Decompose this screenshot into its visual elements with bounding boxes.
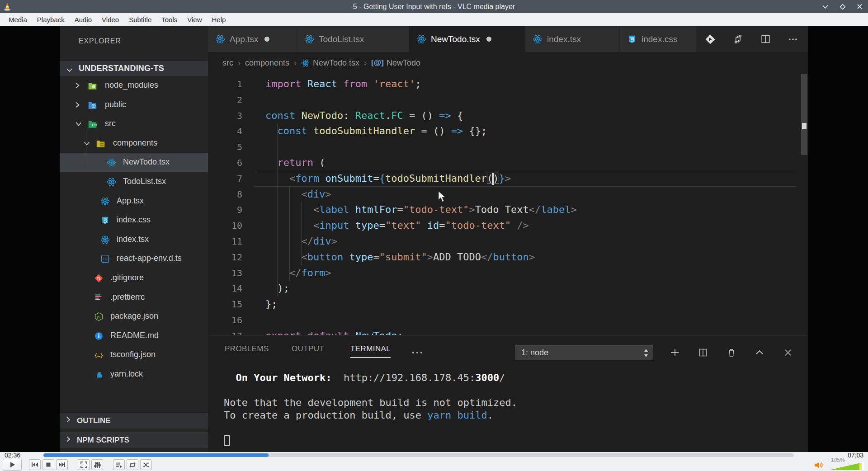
terminal-output[interactable]: On Your Network: http://192.168.178.45:3… [224, 372, 517, 446]
workspace-header[interactable]: UNDERSTANDING-TS [60, 61, 208, 76]
chevron-right-icon [66, 416, 71, 425]
panel-tab-output[interactable]: OUTPUT [292, 344, 324, 353]
react-icon [100, 235, 110, 245]
tree-item-index-css[interactable]: index.css [60, 211, 208, 230]
tab-newtodo-tsx[interactable]: NewTodo.tsx [409, 26, 525, 52]
tree-item-newtodo-tsx[interactable]: NewTodo.tsx [60, 153, 208, 172]
tree-item-public[interactable]: public [60, 95, 208, 115]
tree-item-index-tsx[interactable]: index.tsx [60, 230, 208, 250]
tree-item--gitignore[interactable]: .gitignore [60, 268, 208, 288]
mouse-cursor [438, 191, 448, 205]
tab-index-tsx[interactable]: index.tsx [525, 26, 620, 52]
playlist-button[interactable] [113, 459, 125, 470]
kill-terminal-icon[interactable] [726, 347, 737, 360]
tab-label: NewTodo.tsx [431, 34, 480, 44]
modified-dot-icon[interactable] [486, 37, 491, 42]
line-number: 17 [208, 328, 242, 335]
extended-settings-button[interactable] [91, 459, 103, 470]
tree-item-node-modules[interactable]: node_modules [60, 76, 208, 95]
volume-slider[interactable]: 105% [829, 458, 864, 471]
tree-item-src[interactable]: </>src [60, 114, 208, 134]
menu-help[interactable]: Help [207, 13, 231, 26]
chevron-down-icon [75, 120, 82, 128]
tree-item-app-tsx[interactable]: App.tsx [60, 192, 208, 211]
code-line-3: const NewTodo: React.FC = () => { [265, 108, 463, 124]
tree-item-yarn-lock[interactable]: yarn.lock [60, 365, 208, 384]
info-icon [94, 331, 104, 341]
fullscreen-button[interactable] [78, 459, 90, 470]
git-compare-icon[interactable] [732, 33, 744, 45]
tree-item-readme-md[interactable]: README.md [60, 326, 208, 346]
vscode-window: EXPLORER UNDERSTANDING-TS node_modulespu… [60, 26, 808, 452]
tree-item-label: node_modules [105, 80, 158, 90]
code-line-7: <form onSubmit={todoSubmitHandler()}> [265, 171, 511, 187]
breadcrumb-item-newtodo[interactable]: NewTodo [387, 58, 420, 68]
vlc-titlebar: 5 - Getting User Input with refs - VLC m… [0, 0, 868, 13]
loop-button[interactable] [127, 459, 138, 470]
panel-tab-terminal[interactable]: TERMINAL [350, 344, 391, 358]
panel-more-icon[interactable] [411, 349, 423, 357]
menu-media[interactable]: Media [4, 13, 32, 26]
minimize-button[interactable] [822, 5, 829, 9]
breadcrumb-item-newtodo-tsx[interactable]: NewTodo.tsx [313, 58, 359, 68]
next-button[interactable] [56, 459, 68, 470]
video-area[interactable]: EXPLORER UNDERSTANDING-TS node_modulespu… [0, 26, 868, 452]
tree-item-label: package.json [110, 311, 158, 321]
modified-dot-icon[interactable] [264, 37, 269, 42]
tab-todolist-tsx[interactable]: TodoList.tsx [297, 26, 409, 52]
code-line-17: export default NewTodo; [265, 328, 403, 335]
folder-public-icon [88, 100, 97, 110]
terminal-line [224, 434, 517, 447]
tree-item-react-app-env-d-ts[interactable]: TSreact-app-env.d.ts [60, 249, 208, 268]
maximize-button[interactable] [840, 4, 846, 10]
breadcrumb-item-components[interactable]: components [245, 58, 289, 68]
tree-item-label: index.css [117, 215, 151, 225]
tree-item-components[interactable]: components [60, 134, 208, 153]
file-tree: node_modulespublic</>srccomponentsNewTod… [60, 76, 208, 384]
tree-item--prettierrc[interactable]: .prettierrc [60, 288, 208, 307]
maximize-panel-icon[interactable] [754, 347, 765, 360]
breadcrumb-item-src[interactable]: src [222, 58, 233, 68]
tab-label: TodoList.tsx [319, 34, 364, 44]
tree-item-package-json[interactable]: jspackage.json [60, 307, 208, 326]
terminal-select[interactable]: 1: node [515, 345, 653, 360]
code-line-12: <button type="submit">ADD TODO</button> [265, 250, 535, 265]
menu-playback[interactable]: Playback [32, 13, 70, 26]
more-actions-icon[interactable] [788, 34, 798, 45]
stop-button[interactable] [42, 459, 54, 470]
code-line-10: <input type="text" id="todo-text" /> [265, 218, 529, 234]
tab-app-tsx[interactable]: App.tsx [208, 26, 297, 52]
sidebar-section-npm-scripts[interactable]: NPM SCRIPTS [60, 432, 208, 448]
editor-scrollbar[interactable] [801, 74, 807, 155]
close-panel-icon[interactable] [783, 347, 793, 360]
split-editor-icon[interactable] [760, 33, 771, 45]
terminal-line [224, 384, 517, 397]
play-button[interactable] [3, 459, 22, 471]
menu-view[interactable]: View [182, 13, 207, 26]
code-editor[interactable]: 1import React from 'react';23const NewTo… [208, 74, 808, 335]
terminal-line [224, 421, 517, 434]
ts-icon: TS [100, 254, 110, 264]
close-button[interactable] [857, 4, 863, 9]
panel-tab-problems[interactable]: PROBLEMS [225, 344, 269, 353]
volume-icon[interactable] [814, 461, 824, 471]
react-icon [301, 59, 310, 67]
tree-item-todolist-tsx[interactable]: TodoList.tsx [60, 172, 208, 192]
tree-item-label: tsconfig.json [110, 350, 156, 359]
git-icon [94, 273, 104, 283]
menu-tools[interactable]: Tools [156, 13, 182, 26]
tree-item-tsconfig-json[interactable]: {…}tsconfig.json [60, 345, 208, 365]
react-icon [416, 34, 426, 44]
folder-components-icon [96, 139, 105, 148]
seek-bar[interactable] [43, 453, 794, 457]
menu-subtitle[interactable]: Subtitle [124, 13, 156, 26]
menu-video[interactable]: Video [97, 13, 124, 26]
menu-audio[interactable]: Audio [70, 13, 97, 26]
open-changes-icon[interactable] [704, 33, 716, 45]
previous-button[interactable] [29, 459, 41, 470]
tab-index-css[interactable]: index.css [620, 26, 699, 52]
split-terminal-icon[interactable] [698, 347, 708, 360]
new-terminal-icon[interactable] [670, 347, 680, 360]
sidebar-section-outline[interactable]: OUTLINE [60, 412, 208, 429]
random-button[interactable] [140, 459, 152, 470]
